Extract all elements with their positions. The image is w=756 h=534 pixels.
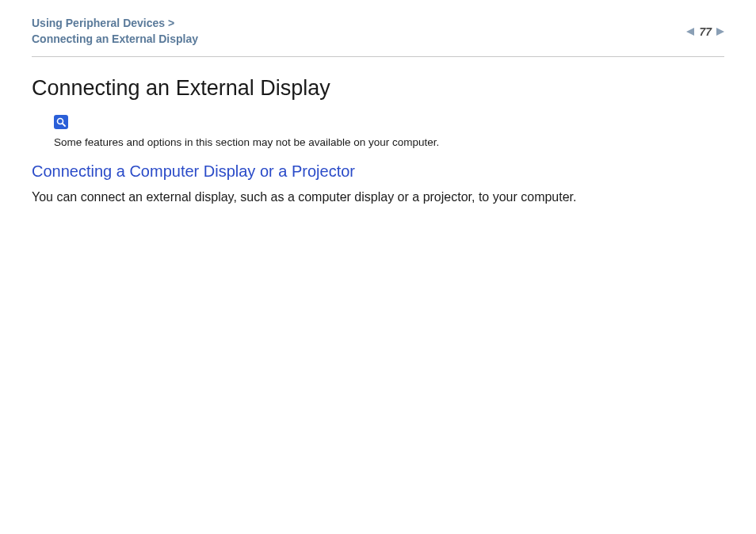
page-title: Connecting an External Display xyxy=(32,76,724,101)
page-navigation: 77 xyxy=(686,25,724,38)
page-header: Using Peripheral Devices > Connecting an… xyxy=(0,0,756,56)
body-text: You can connect an external display, suc… xyxy=(32,189,724,206)
breadcrumb: Using Peripheral Devices > Connecting an… xyxy=(32,16,198,47)
note-block: Some features and options in this sectio… xyxy=(54,115,724,150)
section-heading: Connecting a Computer Display or a Proje… xyxy=(32,162,724,181)
prev-page-icon[interactable] xyxy=(686,28,694,36)
search-note-icon xyxy=(54,115,68,129)
svg-line-1 xyxy=(63,124,65,126)
page-content: Connecting an External Display Some feat… xyxy=(0,57,756,225)
note-text: Some features and options in this sectio… xyxy=(54,135,724,150)
breadcrumb-current: Connecting an External Display xyxy=(32,32,198,48)
next-page-icon[interactable] xyxy=(716,28,724,36)
page-number: 77 xyxy=(699,25,712,38)
breadcrumb-parent[interactable]: Using Peripheral Devices > xyxy=(32,16,198,32)
